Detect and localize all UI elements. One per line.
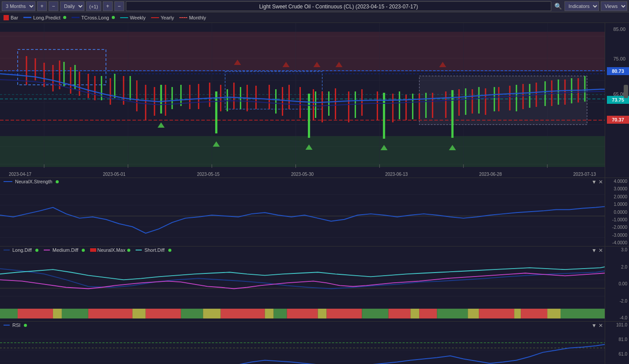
diff-close-btn[interactable]: ✕ <box>599 247 603 254</box>
rsi-title: RSI <box>12 322 20 328</box>
neurax-line-color <box>4 181 12 182</box>
legend-long-predict: Long.Predict <box>23 15 66 20</box>
long-predict-dot <box>63 16 66 19</box>
diff-level-3: 3.0 <box>605 247 627 252</box>
svg-rect-134 <box>62 309 88 318</box>
neurax-level-2: 2.0000 <box>605 194 627 199</box>
neurax-level-n4: -4.0000 <box>605 240 627 245</box>
diff-controls: ▼ ✕ <box>591 247 603 254</box>
offset-sub-btn[interactable]: − <box>114 1 124 11</box>
date-label-4: 2023-05-30 <box>291 172 314 177</box>
svg-rect-133 <box>53 309 62 318</box>
toolbar: 3 Months + − Daily (+1) + − Light Sweet … <box>0 0 629 12</box>
svg-rect-153 <box>514 309 521 318</box>
short-diff-color <box>136 250 142 250</box>
svg-rect-136 <box>133 309 146 318</box>
neurax-controls: ▼ ✕ <box>591 179 603 185</box>
long-predict-label: Long.Predict <box>33 15 61 20</box>
long-diff-color <box>4 250 10 250</box>
weekly-label: Weekly <box>130 15 146 20</box>
svg-rect-138 <box>181 309 203 318</box>
neurax-level-0: 0.0000 <box>605 210 627 215</box>
diff-panel: Long.Diff Medium.Diff NeuralX.Max Short.… <box>0 246 629 321</box>
svg-rect-151 <box>468 309 479 318</box>
price-badge-80: 80.73 <box>607 67 629 75</box>
neurax-close-btn[interactable]: ✕ <box>599 179 603 185</box>
main-chart-container: 2023-04-17 2023-05-01 2023-05-15 2023-05… <box>0 23 629 178</box>
svg-rect-141 <box>265 309 274 318</box>
chart-title: Light Sweet Crude Oil - Continuous (CL) … <box>126 1 551 11</box>
svg-rect-139 <box>203 309 221 318</box>
long-diff-dot <box>35 249 38 252</box>
long-predict-color <box>23 17 31 18</box>
indicators-select[interactable]: Indicators <box>565 1 599 11</box>
date-label-7: 2023-07-13 <box>573 172 596 177</box>
long-diff-label: Long.Diff <box>12 247 32 253</box>
yearly-label: Yearly <box>161 15 174 20</box>
legend-tcross: TCross.Long <box>72 15 115 20</box>
svg-rect-8 <box>0 32 605 72</box>
diff-chart[interactable]: Long.Diff Medium.Diff NeuralX.Max Short.… <box>0 246 605 321</box>
yearly-color <box>151 17 159 18</box>
neurax-level-n2: -2.0000 <box>605 225 627 230</box>
svg-rect-135 <box>88 309 133 318</box>
neurax-max-label: NeuralX.Max <box>97 247 125 253</box>
svg-rect-154 <box>521 309 547 318</box>
svg-rect-144 <box>318 309 326 318</box>
diff-axis: 3.0 2.0 0.00 -2.0 -4.0 <box>605 246 629 321</box>
legend-monthly: Monthly <box>179 15 206 20</box>
weekly-color <box>120 17 128 18</box>
main-chart[interactable]: 2023-04-17 2023-05-01 2023-05-15 2023-05… <box>0 23 605 178</box>
neurax-dropdown-btn[interactable]: ▼ <box>591 179 597 185</box>
period-select[interactable]: 3 Months <box>2 1 35 11</box>
tcross-label: TCross.Long <box>81 15 109 20</box>
toolbar-right: Indicators Views <box>565 1 627 11</box>
svg-rect-131 <box>0 309 18 318</box>
price-axis: 85.00 75.00 65.00 60.00 80.73 73.75 70.3… <box>605 23 629 178</box>
svg-rect-150 <box>437 309 468 318</box>
neurax-level-3: 3.0000 <box>605 186 627 191</box>
legend-bar: Bar Long.Predict TCross.Long Weekly Year… <box>0 12 629 23</box>
legend-weekly: Weekly <box>120 15 146 20</box>
rsi-controls: ▼ ✕ <box>591 322 603 329</box>
price-label-75: 75.00 <box>613 56 627 61</box>
svg-rect-142 <box>274 309 287 318</box>
svg-rect-152 <box>479 309 514 318</box>
diff-level-n4: -4.0 <box>605 315 627 320</box>
interval-select[interactable]: Daily <box>60 1 84 11</box>
medium-diff-dot <box>82 249 85 252</box>
neurax-level-n1: -1.0000 <box>605 217 627 222</box>
rsi-line-color <box>4 325 10 326</box>
svg-rect-145 <box>326 309 362 318</box>
views-select[interactable]: Views <box>601 1 627 11</box>
neurax-max-color <box>90 248 96 252</box>
neurax-max-legend: NeuralX.Max <box>90 247 130 253</box>
rsi-chart[interactable]: RSI ▼ ✕ <box>0 322 605 364</box>
short-diff-label: Short.Diff <box>144 247 165 253</box>
svg-rect-137 <box>146 309 181 318</box>
rsi-panel: RSI ▼ ✕ 101.0 81.0 61.0 41.0 21 <box>0 321 629 364</box>
rsi-dropdown-btn[interactable]: ▼ <box>591 322 597 329</box>
rsi-close-btn[interactable]: ✕ <box>599 322 603 329</box>
rsi-level-101: 101.0 <box>605 322 627 327</box>
svg-rect-155 <box>547 309 561 318</box>
offset-add-btn[interactable]: + <box>103 1 113 11</box>
neurax-dot <box>56 180 59 183</box>
period-sub-btn[interactable]: − <box>49 1 58 11</box>
svg-rect-140 <box>221 309 265 318</box>
offset-label: (+1) <box>86 1 101 11</box>
medium-diff-label: Medium.Diff <box>53 247 78 253</box>
tcross-dot <box>112 16 115 19</box>
medium-diff-color <box>44 250 50 250</box>
neurax-level-4: 4.0000 <box>605 179 627 184</box>
legend-bar-item: Bar <box>4 15 18 20</box>
diff-dropdown-btn[interactable]: ▼ <box>591 247 597 254</box>
period-add-btn[interactable]: + <box>37 1 47 11</box>
search-btn[interactable]: 🔍 <box>553 1 563 11</box>
neurax-title: NeuralX.Strength <box>15 179 52 184</box>
date-label-5: 2023-06-13 <box>385 172 408 177</box>
neurax-chart[interactable]: NeuralX.Strength ▼ ✕ <box>0 178 605 246</box>
price-scrollbar[interactable] <box>624 85 628 98</box>
date-axis: 2023-04-17 2023-05-01 2023-05-15 2023-05… <box>0 172 605 177</box>
diff-level-2: 2.0 <box>605 265 627 269</box>
